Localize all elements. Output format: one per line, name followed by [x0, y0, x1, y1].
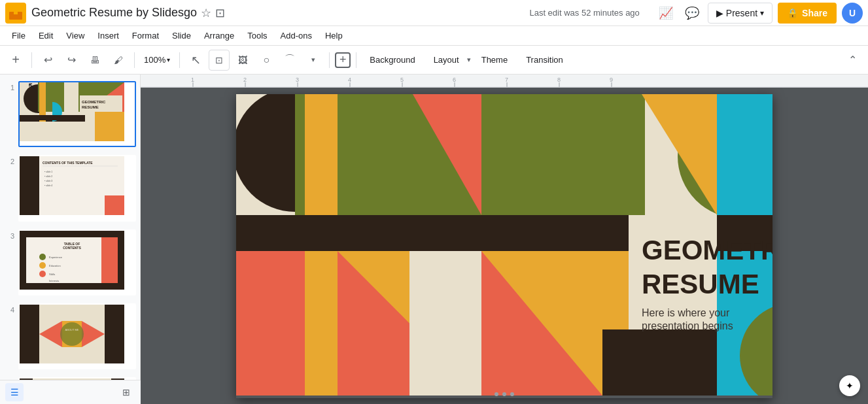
transition-button[interactable]: Transition	[518, 52, 571, 67]
paint-format-button[interactable]: 🖌	[108, 50, 129, 71]
ruler-svg: 1 2 3 4 5 6 7 8 9	[141, 75, 868, 88]
svg-rect-12	[95, 112, 124, 141]
trending-icon[interactable]: 📈	[655, 3, 676, 24]
toolbar-separator-4	[329, 52, 330, 68]
svg-text:RESUME: RESUME	[82, 105, 99, 109]
menu-format[interactable]: Format	[126, 26, 165, 46]
grid-view-button[interactable]: ⊞	[117, 383, 135, 401]
slide-image-4: ABOUT ME	[18, 303, 136, 369]
svg-text:CONTENTS: CONTENTS	[63, 246, 81, 250]
folder-icon[interactable]: ⊡	[215, 6, 225, 20]
svg-text:3: 3	[296, 76, 299, 83]
app-icon	[5, 3, 26, 24]
shape-button[interactable]: ○	[256, 50, 277, 71]
svg-text:4: 4	[348, 76, 351, 83]
svg-rect-57	[141, 75, 868, 88]
svg-text:Experience: Experience	[49, 256, 63, 259]
avatar[interactable]: U	[842, 3, 863, 24]
explore-icon: ✦	[846, 380, 854, 391]
svg-text:• slide 1: • slide 1	[44, 171, 52, 173]
slide-preview-3-svg: TABLE OF CONTENTS Experience Education S…	[20, 231, 124, 290]
select-shape-button[interactable]: ⊡	[209, 50, 230, 71]
add-slide-button[interactable]: +	[5, 50, 26, 71]
lock-icon: 🔒	[787, 8, 798, 18]
line-button[interactable]: ⌒	[279, 50, 300, 71]
add-element-button[interactable]: +	[335, 52, 351, 68]
print-button[interactable]: 🖶	[84, 50, 105, 71]
menu-file[interactable]: File	[5, 26, 32, 46]
menu-slide[interactable]: Slide	[165, 26, 198, 46]
zoom-label: 100%	[144, 55, 165, 65]
star-icon[interactable]: ☆	[201, 6, 211, 20]
page-dot-1	[495, 392, 498, 396]
slide-thumbnail-1[interactable]: 1	[3, 80, 137, 148]
slide-thumbnail-3[interactable]: 3 TABLE OF CONTENTS Experience Education…	[3, 228, 137, 297]
svg-rect-4	[14, 12, 18, 14]
toolbar: + ↩ ↪ 🖶 🖌 100% ▾ ↖ ⊡ 🖼 ○ ⌒ ▾ + Backgroun…	[0, 46, 868, 75]
present-chevron-icon[interactable]: ▾	[760, 8, 764, 18]
filmstrip-view-button[interactable]: ☰	[5, 383, 24, 401]
toolbar-separator-1	[31, 52, 32, 68]
svg-text:7: 7	[505, 76, 508, 83]
slide-number-2: 2	[4, 155, 14, 165]
svg-text:2: 2	[243, 76, 247, 83]
svg-text:Skills: Skills	[49, 273, 55, 276]
svg-text:Education: Education	[49, 264, 61, 267]
svg-text:ABOUT ME: ABOUT ME	[65, 328, 79, 331]
svg-text:1: 1	[191, 76, 194, 83]
share-button[interactable]: 🔒 Share	[778, 3, 837, 24]
more-shapes-button[interactable]: ▾	[303, 50, 324, 71]
svg-text:6: 6	[453, 76, 456, 83]
slide-preview-1-svg: GEOMETRIC RESUME	[20, 82, 124, 141]
zoom-chevron-icon: ▾	[167, 56, 170, 63]
svg-point-45	[60, 322, 84, 346]
slide-thumbnail-4[interactable]: 4 ABOUT ME	[3, 302, 137, 371]
editor-area: 1 2 3 4 5 6 7 8 9	[141, 75, 868, 404]
document-title: Geometric Resume by Slidesgo	[31, 6, 197, 20]
panel-bottom: ☰ ⊞	[0, 380, 141, 404]
svg-text:GEOMETRIC: GEOMETRIC	[82, 100, 106, 104]
explore-button[interactable]: ✦	[839, 375, 860, 396]
toolbar-separator-5	[356, 52, 356, 68]
menu-tools[interactable]: Tools	[241, 26, 273, 46]
layout-chevron-icon[interactable]: ▾	[467, 56, 471, 64]
slide-image-1: GEOMETRIC RESUME	[18, 81, 136, 147]
svg-text:8: 8	[557, 76, 561, 83]
slide-preview-4-svg: ABOUT ME	[20, 305, 124, 363]
background-button[interactable]: Background	[362, 52, 423, 67]
collapse-toolbar-button[interactable]: ⌃	[842, 50, 863, 71]
ruler: 1 2 3 4 5 6 7 8 9	[141, 75, 868, 88]
svg-rect-13	[20, 115, 78, 120]
main-slide-svg: GEOMETRIC RESUME Here is where your pres…	[236, 94, 773, 396]
svg-rect-40	[20, 305, 39, 363]
menu-addons[interactable]: Add-ons	[274, 26, 319, 46]
layout-button[interactable]: Layout	[426, 52, 467, 67]
page-dot-2	[502, 392, 506, 396]
menu-edit[interactable]: Edit	[32, 26, 60, 46]
theme-button[interactable]: Theme	[474, 52, 515, 67]
menu-insert[interactable]: Insert	[91, 26, 126, 46]
title-bar: Geometric Resume by Slidesgo ☆ ⊡ Last ed…	[0, 0, 868, 26]
menu-view[interactable]: View	[60, 26, 91, 46]
svg-point-36	[39, 271, 46, 277]
undo-button[interactable]: ↩	[37, 50, 58, 71]
menu-bar: File Edit View Insert Format Slide Arran…	[0, 26, 868, 46]
last-edit-text: Last edit was 52 minutes ago	[529, 8, 639, 18]
image-button[interactable]: 🖼	[232, 50, 253, 71]
select-tool-button[interactable]: ↖	[185, 50, 206, 71]
svg-rect-18	[20, 156, 39, 215]
present-button[interactable]: ▶ Present ▾	[708, 3, 773, 24]
canvas-area[interactable]: GEOMETRIC RESUME Here is where your pres…	[141, 88, 868, 404]
svg-rect-83	[481, 94, 645, 215]
redo-button[interactable]: ↪	[61, 50, 82, 71]
svg-text:• slide 3: • slide 3	[44, 180, 52, 182]
share-label: Share	[802, 8, 827, 18]
slide-thumbnail-2[interactable]: 2 CONTENTS OF THIS TEMPLATE • slide 1 • …	[3, 154, 137, 222]
svg-text:CONTENTS OF THIS TEMPLATE: CONTENTS OF THIS TEMPLATE	[43, 161, 93, 165]
menu-help[interactable]: Help	[319, 26, 349, 46]
zoom-control[interactable]: 100% ▾	[140, 52, 174, 67]
comments-icon[interactable]: 💬	[682, 3, 703, 24]
svg-marker-92	[236, 251, 305, 396]
menu-arrange[interactable]: Arrange	[198, 26, 241, 46]
svg-point-34	[39, 262, 46, 269]
